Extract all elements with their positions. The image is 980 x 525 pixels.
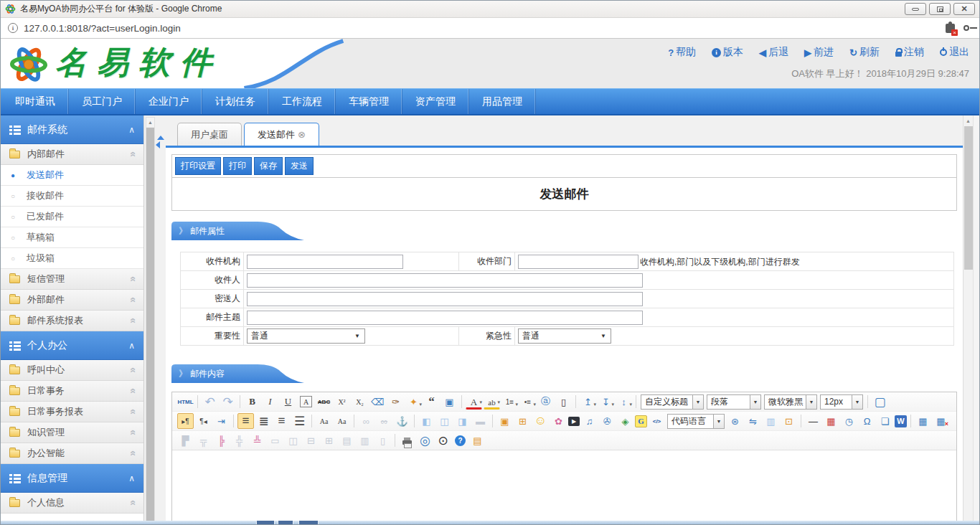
nav-item-2[interactable]: 员工门户 <box>69 89 136 114</box>
attachment-icon[interactable]: ✇ <box>599 413 616 429</box>
paragraph-spacing-bottom-icon[interactable]: ↧ <box>598 394 614 410</box>
code-language-select[interactable]: 代码语言▼ <box>667 414 725 429</box>
toolbar-button-1[interactable]: 打印设置 <box>175 157 221 175</box>
sidebar-section-header[interactable]: 邮件系统∧ <box>1 115 143 144</box>
page-break-icon[interactable]: ⇋ <box>745 413 761 429</box>
doc-preview-icon[interactable]: ▯ <box>374 432 391 448</box>
img-inline-icon[interactable]: ◫ <box>436 413 453 429</box>
img-float-left-icon[interactable]: ◧ <box>418 413 435 429</box>
urgency-select[interactable]: 普通▼ <box>518 328 611 344</box>
paste-text-icon[interactable]: ▣ <box>441 394 458 410</box>
nav-item-4[interactable]: 计划任务 <box>202 89 269 114</box>
unordered-list-icon[interactable]: •≡ <box>519 394 536 410</box>
insert-date-icon[interactable]: ▦ <box>823 413 839 429</box>
google-map-icon[interactable]: G <box>635 415 647 427</box>
split-rows-icon[interactable]: ⊟ <box>303 432 319 448</box>
horizontal-rule-icon[interactable]: — <box>805 413 821 429</box>
logout-link[interactable]: 注销 <box>895 46 924 59</box>
table-title-icon[interactable]: ▛ <box>177 432 194 448</box>
redo-icon[interactable]: ↷ <box>220 394 236 410</box>
link-icon[interactable]: ∞ <box>358 413 374 429</box>
url-text[interactable]: 127.0.0.1:8018/?act=userLogin.login <box>24 23 946 34</box>
sidebar-folder-item[interactable]: 短信管理» <box>1 269 143 290</box>
word-import-icon[interactable]: W <box>895 415 907 427</box>
paragraph-spacing-top-icon[interactable]: ↥ <box>580 394 596 410</box>
maximize-button[interactable] <box>929 3 951 15</box>
delete-col-icon[interactable]: ╩ <box>249 432 265 448</box>
columns-icon[interactable]: ▥ <box>763 413 779 429</box>
align-right-icon[interactable]: ≡ <box>273 413 290 429</box>
refresh-link[interactable]: ↻刷新 <box>849 46 880 59</box>
insert-row-icon[interactable]: ╦ <box>195 432 212 448</box>
sidebar-leaf-item[interactable]: ○垃圾箱 <box>1 248 143 269</box>
insert-image-icon[interactable]: ▣ <box>496 413 513 429</box>
source-code-icon[interactable]: HTML <box>177 394 194 410</box>
line-height-icon[interactable]: ↕ <box>616 394 632 410</box>
img-float-right-icon[interactable]: ◨ <box>454 413 471 429</box>
insert-video-icon[interactable]: ▶ <box>568 417 580 426</box>
sidebar-folder-item[interactable]: 日常事务报表» <box>1 402 143 422</box>
sidebar-folder-item[interactable]: 日常事务» <box>1 381 143 402</box>
page-info-icon[interactable]: i <box>8 23 18 33</box>
sidebar-scrollbar[interactable]: ▲ <box>146 117 155 524</box>
minimize-button[interactable] <box>905 3 926 15</box>
paragraph-format-select[interactable]: 段落▼ <box>707 394 761 410</box>
screen-capture-icon[interactable]: ⊡ <box>781 413 797 429</box>
password-key-icon[interactable] <box>963 25 969 31</box>
extension-blocked-icon[interactable] <box>946 24 955 33</box>
italic-icon[interactable]: I <box>262 394 278 410</box>
superscript-icon[interactable]: X² <box>334 394 350 410</box>
delete-row-icon[interactable]: ╬ <box>231 432 248 448</box>
sidebar-collapse-toggle[interactable] <box>157 136 164 148</box>
eraser-icon[interactable]: ⌫ <box>369 394 386 410</box>
back-link[interactable]: ◀后退 <box>759 46 788 59</box>
music-icon[interactable]: ♫ <box>581 413 598 429</box>
close-button[interactable]: ✕ <box>953 3 975 15</box>
tab-send-mail[interactable]: 发送邮件 ⊗ <box>244 123 319 146</box>
nav-item-8[interactable]: 用品管理 <box>469 89 536 114</box>
to-lowercase-icon[interactable]: Aa <box>334 413 350 429</box>
sidebar-leaf-item[interactable]: ●发送邮件 <box>1 165 143 186</box>
bold-icon[interactable]: B <box>244 394 260 410</box>
recipient-org-input[interactable] <box>247 255 403 269</box>
sidebar-folder-item[interactable]: 外部邮件» <box>1 290 143 311</box>
bottom-scroll-strip[interactable] <box>1 521 979 524</box>
toolbar-button-2[interactable]: 打印 <box>223 157 252 175</box>
nav-item-1[interactable]: 即时通讯 <box>2 89 69 114</box>
sidebar-leaf-item[interactable]: ○草稿箱 <box>1 227 143 248</box>
web-widget-icon[interactable]: ⊛ <box>727 413 743 429</box>
fullscreen-icon[interactable]: ▢ <box>872 394 888 410</box>
format-brush-icon[interactable]: ✑ <box>387 394 404 410</box>
forward-link[interactable]: ▶前进 <box>804 46 834 59</box>
nav-item-3[interactable]: 企业门户 <box>136 89 202 114</box>
table-sort-icon[interactable]: ▤ <box>339 432 355 448</box>
sidebar-folder-item[interactable]: 内部邮件» <box>1 144 143 165</box>
insert-code-icon[interactable]: </> <box>649 413 665 429</box>
strikethrough-icon[interactable]: ABC <box>316 394 332 410</box>
scroll-up-icon[interactable]: ▲ <box>963 115 973 126</box>
help-icon[interactable]: ? <box>455 435 466 446</box>
to-uppercase-icon[interactable]: Aa <box>316 413 332 429</box>
subject-input[interactable] <box>247 311 643 325</box>
image-manager-icon[interactable]: ⊞ <box>514 413 531 429</box>
subscript-icon[interactable]: X₂ <box>352 394 368 410</box>
indent-icon[interactable]: ⇥ <box>213 413 230 429</box>
anchor-style-icon[interactable]: ⓐ <box>537 394 554 410</box>
clipboard-icon[interactable]: ▤ <box>469 432 486 448</box>
custom-title-select[interactable]: 自定义标题▼ <box>641 394 704 410</box>
content-scrollbar[interactable]: ▲ <box>963 115 973 525</box>
tab-close-icon[interactable]: ⊗ <box>298 129 306 140</box>
preview-icon[interactable]: ◎ <box>417 432 433 448</box>
anchor-icon[interactable]: ⚓ <box>394 413 410 429</box>
special-char-icon[interactable]: Ω <box>859 413 875 429</box>
unlink-icon[interactable]: ∞ <box>376 413 392 429</box>
toolbar-button-3[interactable]: 保存 <box>254 157 283 175</box>
sidebar-scroll-thumb[interactable] <box>146 128 154 521</box>
sidebar-folder-item[interactable]: 知识管理» <box>1 422 143 443</box>
insert-col-icon[interactable]: ╠ <box>213 432 230 448</box>
address-bar[interactable]: i 127.0.0.1:8018/?act=userLogin.login <box>1 18 979 39</box>
font-family-select[interactable]: 微软雅黑▼ <box>764 394 817 410</box>
align-center-icon[interactable]: ≣ <box>255 413 272 429</box>
nav-item-6[interactable]: 车辆管理 <box>336 89 402 114</box>
content-scroll-thumb[interactable] <box>964 126 973 270</box>
